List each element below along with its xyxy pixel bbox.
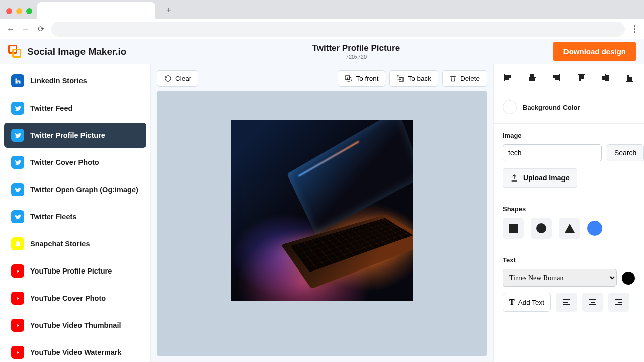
delete-label: Delete xyxy=(460,75,480,82)
align-left-icon[interactable] xyxy=(503,72,514,83)
add-text-button[interactable]: T Add Text xyxy=(503,293,551,312)
svg-rect-17 xyxy=(602,76,604,79)
svg-rect-12 xyxy=(556,78,559,80)
back-icon[interactable]: ← xyxy=(6,25,15,34)
background-section: Background Color xyxy=(494,92,644,124)
text-align-right-button[interactable] xyxy=(608,293,629,312)
background-color-swatch[interactable] xyxy=(503,100,517,114)
sidebar-item-label: YouTube Video Watermark xyxy=(30,348,122,356)
shape-triangle-button[interactable] xyxy=(559,218,580,239)
reload-icon[interactable]: ⟳ xyxy=(36,24,45,34)
text-align-center-button[interactable] xyxy=(582,293,603,312)
canvas-toolbar: Clear To front To back Delete xyxy=(151,64,493,91)
sidebar-item-label: YouTube Profile Picture xyxy=(30,267,112,275)
upload-icon xyxy=(510,174,518,182)
canvas-dimensions: 720x720 xyxy=(159,54,553,60)
svg-rect-9 xyxy=(530,79,535,81)
template-sidebar[interactable]: LinkedIn StoriesTwitter FeedTwitter Prof… xyxy=(0,64,151,362)
svg-rect-8 xyxy=(531,75,534,77)
maximize-window-icon[interactable] xyxy=(26,8,32,14)
clear-label: Clear xyxy=(175,75,191,82)
align-center-h-icon[interactable] xyxy=(527,72,538,83)
to-back-button[interactable]: To back xyxy=(389,70,438,87)
sidebar-item-label: Twitter Cover Photo xyxy=(30,158,99,166)
browser-menu-icon[interactable] xyxy=(631,25,638,33)
image-search-button[interactable]: Search xyxy=(607,144,644,161)
text-section: Text Times New Roman T Add Text xyxy=(494,248,644,321)
image-search-input[interactable] xyxy=(503,144,602,161)
delete-button[interactable]: Delete xyxy=(442,70,487,87)
sidebar-item-twitter-fleets[interactable]: Twitter Fleets xyxy=(4,204,146,229)
text-icon: T xyxy=(509,298,515,307)
sidebar-item-label: Snapchat Stories xyxy=(30,240,90,248)
svg-rect-11 xyxy=(554,76,559,77)
sidebar-item-youtube-cover-photo[interactable]: YouTube Cover Photo xyxy=(4,286,146,311)
youtube-icon xyxy=(11,346,24,359)
svg-rect-14 xyxy=(579,75,581,80)
align-right-icon[interactable] xyxy=(551,72,562,83)
sidebar-item-youtube-profile-picture[interactable]: YouTube Profile Picture xyxy=(4,258,146,284)
shape-circle-button[interactable] xyxy=(531,218,552,239)
sidebar-item-youtube-video-thumbnail[interactable]: YouTube Video Thumbnail xyxy=(4,313,146,338)
youtube-icon xyxy=(11,292,24,305)
font-select[interactable]: Times New Roman xyxy=(503,269,617,287)
align-top-icon[interactable] xyxy=(576,72,587,83)
canvas-image[interactable] xyxy=(231,120,413,301)
background-color-label: Background Color xyxy=(523,104,580,111)
image-section-label: Image xyxy=(503,132,635,139)
sidebar-item-youtube-video-watermark[interactable]: YouTube Video Watermark xyxy=(4,340,146,362)
brand: Social Image Maker.io xyxy=(8,45,159,59)
sidebar-item-label: YouTube Video Thumbnail xyxy=(30,321,121,329)
youtube-icon xyxy=(11,264,24,278)
new-tab-button[interactable]: + xyxy=(162,3,176,17)
sidebar-item-label: Twitter Open Graph (Og:image) xyxy=(30,186,138,194)
sidebar-item-twitter-feed[interactable]: Twitter Feed xyxy=(4,96,146,121)
send-back-icon xyxy=(396,75,404,82)
sidebar-item-twitter-open-graph-og-image-[interactable]: Twitter Open Graph (Og:image) xyxy=(4,177,146,202)
address-bar[interactable] xyxy=(51,22,625,37)
svg-rect-5 xyxy=(506,76,511,77)
youtube-icon xyxy=(11,319,24,332)
svg-rect-18 xyxy=(606,75,608,80)
sidebar-item-label: YouTube Cover Photo xyxy=(30,294,106,302)
image-section: Image Search Upload Image xyxy=(494,124,644,197)
align-center-v-icon[interactable] xyxy=(600,72,611,83)
browser-toolbar: ← → ⟳ xyxy=(0,19,644,39)
app-header: Social Image Maker.io Twitter Profile Pi… xyxy=(0,39,644,64)
header-title-block: Twitter Profile Picture 720x720 xyxy=(159,43,553,60)
upload-image-label: Upload Image xyxy=(523,174,570,182)
to-front-button[interactable]: To front xyxy=(338,70,385,87)
sidebar-item-twitter-cover-photo[interactable]: Twitter Cover Photo xyxy=(4,150,146,175)
align-bottom-icon[interactable] xyxy=(624,72,635,83)
sidebar-item-linkedin-stories[interactable]: LinkedIn Stories xyxy=(4,68,146,94)
page-title: Twitter Profile Picture xyxy=(159,43,553,53)
sidebar-item-label: LinkedIn Stories xyxy=(30,77,87,85)
snapchat-icon xyxy=(11,237,24,250)
text-align-left-button[interactable] xyxy=(556,293,577,312)
reset-icon xyxy=(164,75,172,82)
upload-image-button[interactable]: Upload Image xyxy=(503,168,577,188)
app-logo-icon xyxy=(8,45,22,59)
text-color-swatch[interactable] xyxy=(622,272,635,285)
artboard[interactable] xyxy=(231,120,413,301)
shape-square-button[interactable] xyxy=(503,218,524,239)
alignment-toolbar xyxy=(494,64,644,92)
linkedin-icon xyxy=(11,74,24,87)
minimize-window-icon[interactable] xyxy=(16,8,22,14)
clear-button[interactable]: Clear xyxy=(157,70,198,87)
canvas-area: Clear To front To back Delete xyxy=(151,64,493,362)
sidebar-item-twitter-profile-picture[interactable]: Twitter Profile Picture xyxy=(4,123,146,148)
sidebar-item-snapchat-stories[interactable]: Snapchat Stories xyxy=(4,231,146,256)
bring-front-icon xyxy=(345,75,352,82)
window-controls xyxy=(4,8,37,19)
shape-color-swatch[interactable] xyxy=(587,221,602,236)
download-button[interactable]: Download design xyxy=(553,42,636,61)
canvas-stage[interactable] xyxy=(157,91,487,356)
browser-tab[interactable] xyxy=(37,2,155,19)
to-front-label: To front xyxy=(356,75,378,82)
close-window-icon[interactable] xyxy=(6,8,12,14)
twitter-icon xyxy=(11,210,24,223)
forward-icon[interactable]: → xyxy=(21,25,30,34)
shapes-section-label: Shapes xyxy=(503,205,635,213)
sidebar-item-label: Twitter Feed xyxy=(30,104,72,112)
